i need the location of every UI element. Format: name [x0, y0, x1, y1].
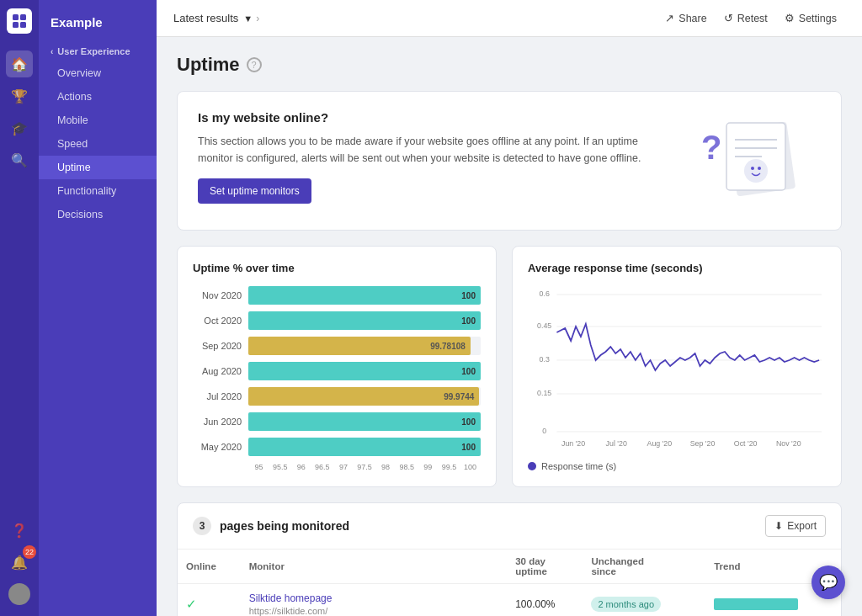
svg-text:0.15: 0.15 — [537, 389, 551, 397]
illustration: ? — [686, 110, 821, 211]
bar-fill: 100 — [248, 286, 481, 305]
x-axis-label: 98.5 — [396, 463, 418, 471]
table-row: ✓ Silktide homepage https://silktide.com… — [178, 584, 841, 617]
bar-row: Jun 2020 100 — [193, 412, 481, 431]
share-button[interactable]: ↗ Share — [657, 8, 715, 28]
info-description: This section allows you to be made aware… — [198, 133, 669, 167]
settings-button[interactable]: ⚙ Settings — [776, 8, 845, 28]
trend-bar — [714, 598, 798, 610]
chat-bubble[interactable]: 💬 — [811, 566, 845, 599]
monitored-pages-card: 3 pages being monitored ⬇ Export Online … — [177, 502, 842, 616]
sidebar-item-uptime[interactable]: Uptime — [39, 156, 157, 179]
bar-track: 100 — [248, 362, 481, 380]
x-axis-label: 97 — [333, 463, 354, 471]
bar-fill: 100 — [248, 362, 481, 380]
monitor-url: https://silktide.com/ — [249, 606, 498, 616]
response-time-chart-card: Average response time (seconds) 0.6 0.45… — [512, 246, 842, 487]
nav-home-icon[interactable]: 🏠 — [6, 50, 33, 77]
pages-label: pages being monitored — [220, 519, 765, 533]
x-axis: 9595.59696.59797.59898.59999.5100 — [248, 463, 481, 471]
bar-row: Oct 2020 100 — [193, 311, 481, 330]
export-icon: ⬇ — [774, 520, 783, 532]
legend-dot — [528, 462, 536, 470]
check-icon: ✓ — [186, 597, 197, 611]
svg-text:Jun '20: Jun '20 — [561, 439, 585, 448]
bar-track: 100 — [248, 311, 481, 330]
nav-trophy-icon[interactable]: 🏆 — [6, 82, 33, 109]
info-title: Is my website online? — [198, 110, 669, 125]
export-button[interactable]: ⬇ Export — [765, 515, 826, 537]
monitor-link[interactable]: Silktide homepage — [249, 592, 333, 604]
project-name: Example — [39, 10, 157, 41]
info-banner-card: Is my website online? This section allow… — [177, 91, 842, 231]
legend-label: Response time (s) — [541, 461, 616, 471]
nav-notifications-icon[interactable]: 🔔 22 — [6, 549, 33, 576]
x-axis-label: 97.5 — [354, 463, 375, 471]
x-axis-label: 98 — [375, 463, 396, 471]
info-text-side: Is my website online? This section allow… — [198, 110, 669, 204]
bar-label: Nov 2020 — [193, 290, 242, 300]
notification-badge: 22 — [23, 545, 36, 559]
sidebar: Example ‹ User Experience Overview Actio… — [39, 0, 157, 616]
charts-row: Uptime % over time Nov 2020 100 Oct 2020… — [177, 246, 842, 487]
settings-icon: ⚙ — [785, 12, 795, 24]
cell-monitor: Silktide homepage https://silktide.com/ — [241, 584, 507, 617]
nav-help-icon[interactable]: ❓ — [6, 517, 33, 544]
col-uptime: 30 dayuptime — [507, 550, 583, 584]
x-axis-label: 99.5 — [439, 463, 460, 471]
sidebar-item-decisions[interactable]: Decisions — [39, 203, 157, 226]
bar-label: Sep 2020 — [193, 341, 242, 351]
topbar: Latest results ▼ › ↗ Share ↺ Retest ⚙ Se… — [157, 0, 862, 37]
share-icon: ↗ — [665, 12, 674, 24]
line-chart-wrap: 0.6 0.45 0.3 0.15 0 Jun — [528, 286, 826, 454]
bar-fill: 100 — [248, 412, 481, 431]
nav-avatar[interactable] — [6, 581, 33, 608]
bar-fill: 100 — [248, 438, 481, 456]
breadcrumb-chevron: › — [256, 13, 259, 24]
col-monitor: Monitor — [241, 550, 507, 584]
help-icon[interactable]: ? — [247, 57, 262, 72]
x-axis-label: 96 — [290, 463, 311, 471]
content-area: Uptime ? Is my website online? This sect… — [157, 37, 862, 616]
svg-text:0.6: 0.6 — [540, 289, 550, 298]
svg-rect-2 — [13, 22, 19, 28]
response-chart-title: Average response time (seconds) — [528, 262, 826, 274]
svg-text:0.45: 0.45 — [537, 321, 551, 330]
setup-monitors-button[interactable]: Set uptime monitors — [198, 178, 311, 204]
sidebar-item-mobile[interactable]: Mobile — [39, 109, 157, 132]
sidebar-item-overview[interactable]: Overview — [39, 61, 157, 85]
bar-label: May 2020 — [193, 442, 242, 452]
pages-count: 3 — [193, 517, 211, 535]
bar-track: 100 — [248, 438, 481, 456]
sidebar-item-speed[interactable]: Speed — [39, 132, 157, 156]
bar-label: Jul 2020 — [193, 391, 242, 401]
cell-unchanged: 2 months ago — [583, 584, 705, 617]
svg-point-10 — [751, 167, 754, 170]
uptime-value: 100.00% — [515, 598, 555, 610]
x-axis-label: 96.5 — [311, 463, 333, 471]
cell-uptime: 100.00% — [507, 584, 583, 617]
nav-search-icon[interactable]: 🔍 — [6, 146, 33, 173]
bar-row: Sep 2020 99.78108 — [193, 337, 481, 355]
nav-graduation-icon[interactable]: 🎓 — [6, 114, 33, 141]
dropdown-icon: ▼ — [243, 13, 253, 24]
bar-label: Oct 2020 — [193, 316, 242, 326]
retest-button[interactable]: ↺ Retest — [716, 8, 776, 28]
sidebar-section-header[interactable]: ‹ User Experience — [39, 41, 157, 61]
sidebar-item-functionality[interactable]: Functionality — [39, 179, 157, 203]
latest-results-button[interactable]: Latest results ▼ — [173, 12, 253, 24]
svg-rect-3 — [20, 22, 26, 28]
svg-text:0: 0 — [542, 427, 546, 435]
sidebar-item-actions[interactable]: Actions — [39, 85, 157, 109]
svg-rect-0 — [13, 14, 19, 20]
bar-track: 99.78108 — [248, 337, 481, 355]
bar-row: May 2020 100 — [193, 438, 481, 456]
chevron-icon: ‹ — [51, 47, 53, 56]
bar-track: 99.9744 — [248, 387, 481, 406]
svg-text:Aug '20: Aug '20 — [647, 439, 673, 448]
page-title: Uptime — [177, 54, 240, 76]
bar-row: Jul 2020 99.9744 — [193, 387, 481, 406]
col-unchanged: Unchangedsince — [583, 550, 705, 584]
uptime-bar-chart-card: Uptime % over time Nov 2020 100 Oct 2020… — [177, 246, 497, 487]
app-logo[interactable] — [7, 8, 32, 34]
